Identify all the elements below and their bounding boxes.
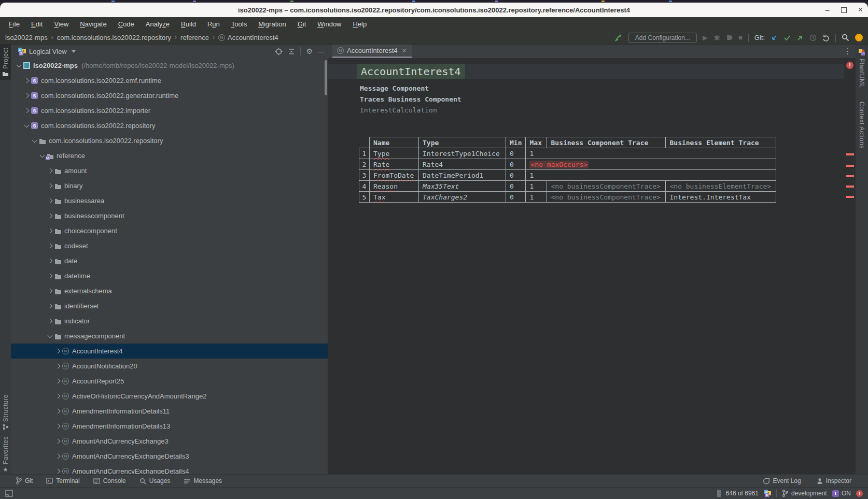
- menu-code[interactable]: Code: [114, 19, 139, 30]
- tool-stripe-plantuml[interactable]: PlantUML: [856, 49, 868, 88]
- tree-item-accountnotification20[interactable]: NAccountNotification20: [11, 359, 328, 374]
- editor-content[interactable]: AccountInterest4 Message Component Trace…: [328, 58, 856, 474]
- tree-item-externalschema[interactable]: externalschema: [11, 283, 328, 298]
- table-row[interactable]: 3FromToDateDateTimePeriod101: [359, 170, 776, 181]
- collapsed-arrow-icon[interactable]: [46, 169, 53, 173]
- tree-item-businesscomponent[interactable]: businesscomponent: [11, 208, 328, 223]
- tree-item-date[interactable]: date: [11, 253, 328, 268]
- tool-tab-git[interactable]: Git: [16, 477, 33, 484]
- tree-item-com.iconsolutions.iso20022.repository[interactable]: com.iconsolutions.iso20022.repository: [11, 133, 328, 148]
- collapsed-arrow-icon[interactable]: [54, 379, 61, 383]
- tree-item-com.iconsolutions.iso20022.importer[interactable]: Scom.iconsolutions.iso20022.importer: [11, 103, 328, 118]
- settings-gear-icon[interactable]: ⚙: [306, 48, 313, 55]
- type-cell[interactable]: InterestType1Choice: [419, 148, 506, 159]
- collapse-all-icon[interactable]: [288, 48, 295, 55]
- run-icon[interactable]: ▶: [703, 34, 708, 41]
- tree-item-messagecomponent[interactable]: messagecomponent: [11, 329, 328, 344]
- menu-migration[interactable]: Migration: [254, 19, 290, 30]
- tree-item-binary[interactable]: binary: [11, 178, 328, 193]
- collapsed-arrow-icon[interactable]: [46, 274, 53, 278]
- tool-window-toggle-icon[interactable]: [5, 490, 13, 497]
- expanded-arrow-icon[interactable]: [23, 125, 30, 127]
- collapsed-arrow-icon[interactable]: [54, 469, 61, 473]
- traced-component-link[interactable]: InterestCalculation: [360, 106, 437, 114]
- tree-item-activeorhistoriccurrencyandamountrange2[interactable]: NActiveOrHistoricCurrencyAndAmountRange2: [11, 389, 328, 404]
- collapsed-arrow-icon[interactable]: [54, 424, 61, 428]
- table-row[interactable]: 2RateRate40<no maxOccurs>: [359, 159, 776, 170]
- min-cell[interactable]: 0: [506, 148, 526, 159]
- tree-item-reference[interactable]: Mreference: [11, 148, 328, 163]
- menu-edit[interactable]: Edit: [26, 19, 47, 30]
- tab-accountinterest4[interactable]: N AccountInterest4 ✕: [332, 45, 412, 58]
- tree-item-choicecomponent[interactable]: choicecomponent: [11, 223, 328, 238]
- coverage-icon[interactable]: [726, 34, 733, 41]
- min-cell[interactable]: 0: [506, 181, 526, 192]
- menu-file[interactable]: File: [4, 19, 24, 30]
- tool-stripe-structure[interactable]: Structure: [0, 391, 11, 433]
- min-cell[interactable]: 0: [506, 192, 526, 203]
- ide-update-icon[interactable]: ↑: [855, 34, 863, 41]
- tree-item-amount[interactable]: amount: [11, 163, 328, 178]
- tree-item-amountandcurrencyexchangedetails3[interactable]: NAmountAndCurrencyExchangeDetails3: [11, 449, 328, 464]
- stop-icon[interactable]: ■: [738, 34, 743, 41]
- tree-scrollbar[interactable]: [325, 60, 327, 95]
- git-commit-icon[interactable]: [783, 34, 791, 41]
- tree-item-amendmentinformationdetails13[interactable]: NAmendmentInformationDetails13: [11, 419, 328, 434]
- traces-label[interactable]: Traces Business Component: [360, 95, 461, 103]
- tree-item-businessarea[interactable]: businessarea: [11, 193, 328, 208]
- max-cell[interactable]: 1: [526, 192, 547, 203]
- history-icon[interactable]: [809, 34, 817, 41]
- expanded-arrow-icon[interactable]: [15, 65, 22, 67]
- menu-tools[interactable]: Tools: [227, 19, 251, 30]
- tool-stripe-project[interactable]: Project: [0, 45, 11, 80]
- menu-run[interactable]: Run: [203, 19, 225, 30]
- error-stripe-mark[interactable]: [846, 165, 854, 167]
- error-indicator-icon[interactable]: !: [846, 62, 853, 69]
- expanded-arrow-icon[interactable]: [38, 155, 46, 157]
- tree-item-iso20022-mps[interactable]: iso20022-mps(/home/tomb/repos/iso20022-m…: [11, 58, 328, 73]
- business-component-trace-cell[interactable]: <no businessComponentTrace>: [547, 181, 666, 192]
- table-row[interactable]: 1TypeInterestType1Choice01: [359, 148, 776, 159]
- tree-item-indicator[interactable]: indicator: [11, 313, 328, 329]
- error-stripe-mark[interactable]: [846, 175, 854, 177]
- collapsed-arrow-icon[interactable]: [46, 319, 53, 323]
- collapsed-arrow-icon[interactable]: [46, 289, 53, 293]
- error-stripe-mark[interactable]: [846, 196, 854, 198]
- component-kind-label[interactable]: Message Component: [360, 84, 429, 92]
- collapsed-arrow-icon[interactable]: [54, 364, 61, 368]
- menu-analyze[interactable]: Analyze: [141, 19, 174, 30]
- collapsed-arrow-icon[interactable]: [54, 349, 61, 353]
- max-cell[interactable]: 1: [526, 148, 776, 159]
- tree-item-com.iconsolutions.iso20022.repository[interactable]: Scom.iconsolutions.iso20022.repository: [11, 118, 328, 133]
- collapsed-arrow-icon[interactable]: [46, 199, 53, 203]
- tool-stripe-context-actions[interactable]: Context Actions: [856, 102, 868, 149]
- mps-status-icon[interactable]: DLS: [764, 490, 771, 497]
- minimize-button[interactable]: –: [825, 6, 830, 13]
- tree-item-identifierset[interactable]: identifierset: [11, 298, 328, 313]
- name-cell[interactable]: Reason: [370, 181, 419, 192]
- window-titlebar[interactable]: iso20022-mps – com.iconsolutions.iso2002…: [0, 3, 868, 17]
- add-configuration-button[interactable]: Add Configuration...: [628, 33, 697, 43]
- table-row[interactable]: 5TaxTaxCharges201<no businessComponentTr…: [359, 192, 776, 203]
- collapsed-arrow-icon[interactable]: [23, 94, 30, 97]
- maximize-button[interactable]: [841, 7, 847, 13]
- error-stripe[interactable]: !: [844, 58, 856, 474]
- tree-item-com.iconsolutions.iso20022.generator.runtime[interactable]: Scom.iconsolutions.iso20022.generator.ru…: [11, 88, 328, 103]
- collapsed-arrow-icon[interactable]: [54, 454, 61, 458]
- debug-icon[interactable]: [713, 34, 720, 41]
- tree-item-accountreport25[interactable]: NAccountReport25: [11, 374, 328, 389]
- chevron-down-icon[interactable]: [72, 50, 76, 53]
- min-cell[interactable]: 0: [506, 170, 526, 181]
- name-cell[interactable]: FromToDate: [370, 170, 419, 181]
- type-cell[interactable]: Rate4: [419, 159, 506, 170]
- component-title[interactable]: AccountInterest4: [357, 64, 465, 79]
- menu-navigate[interactable]: Navigate: [75, 19, 111, 30]
- collapsed-arrow-icon[interactable]: [46, 229, 53, 233]
- attributes-table[interactable]: NameTypeMinMaxBusiness Component TraceBu…: [359, 137, 776, 203]
- git-update-icon[interactable]: [771, 34, 778, 41]
- expanded-arrow-icon[interactable]: [31, 140, 38, 142]
- tree-item-amountandcurrencyexchangedetails4[interactable]: NAmountAndCurrencyExchangeDetails4: [11, 464, 328, 474]
- max-cell[interactable]: <no maxOccurs>: [526, 159, 776, 170]
- name-cell[interactable]: Type: [370, 148, 419, 159]
- collapsed-arrow-icon[interactable]: [46, 259, 53, 263]
